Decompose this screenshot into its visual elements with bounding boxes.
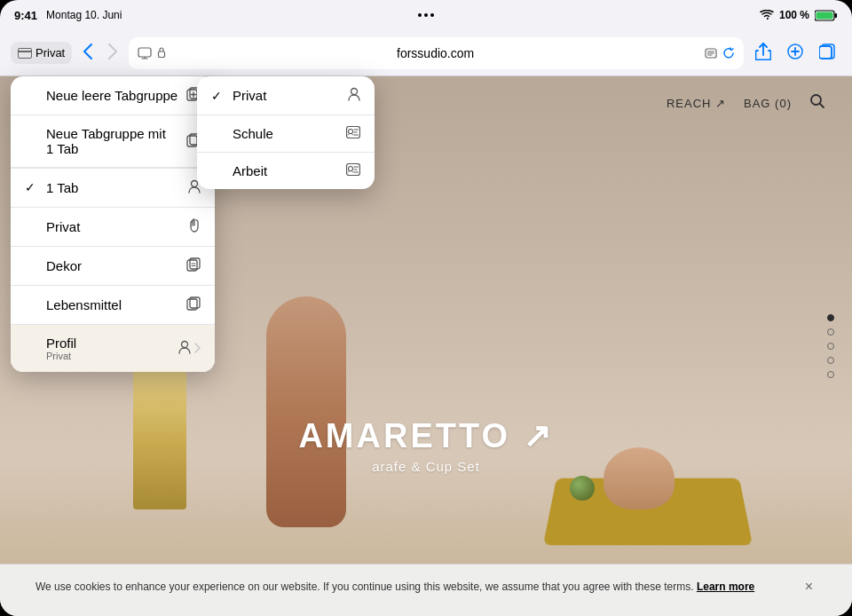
lebensmittel-label: Lebensmittel bbox=[46, 297, 122, 312]
battery-percent: 100 % bbox=[779, 9, 809, 21]
checkmark-1tab: ✓ bbox=[25, 180, 39, 194]
dropdown-item-left-2: Neue Tabgruppe mit 1 Tab bbox=[25, 126, 166, 156]
new-tab-button[interactable] bbox=[783, 39, 808, 67]
profile-item-arbeit[interactable]: Arbeit bbox=[197, 153, 375, 189]
profile-schule-label: Schule bbox=[233, 126, 273, 141]
tab-switcher-button[interactable]: Privat bbox=[11, 42, 72, 64]
profile-item-schule[interactable]: Schule bbox=[197, 115, 375, 153]
status-bar-left: 9:41 Montag 10. Juni bbox=[14, 9, 122, 22]
cookie-learn-more-link[interactable]: Learn more bbox=[697, 580, 754, 593]
toolbar-right bbox=[751, 38, 841, 67]
back-button[interactable] bbox=[79, 39, 97, 67]
profile-privat-label: Privat bbox=[233, 88, 266, 103]
profile-arbeit-label: Arbeit bbox=[233, 163, 267, 178]
reader-icon bbox=[705, 47, 717, 59]
cookie-close-button[interactable]: × bbox=[801, 575, 816, 598]
id-icon-schule bbox=[346, 126, 360, 141]
hand-icon-privat bbox=[188, 218, 201, 235]
svg-point-15 bbox=[192, 180, 198, 186]
dropdown-item-privat[interactable]: Privat bbox=[11, 208, 215, 247]
refresh-icon[interactable] bbox=[722, 47, 735, 59]
check-placeholder-profil bbox=[25, 341, 39, 355]
dekor-label: Dekor bbox=[46, 258, 82, 273]
dot1 bbox=[418, 13, 422, 17]
profile-item-privat[interactable]: ✓ Privat bbox=[197, 76, 375, 115]
tab-switcher-label: Privat bbox=[36, 46, 65, 59]
pagination-dot-2[interactable] bbox=[827, 328, 834, 336]
profil-sublabel: Privat bbox=[46, 351, 76, 361]
dropdown-item-1tab[interactable]: ✓ 1 Tab bbox=[11, 169, 215, 208]
address-bar-left bbox=[138, 47, 152, 59]
status-bar-center bbox=[418, 13, 434, 17]
profil-label-group: Profil Privat bbox=[46, 336, 76, 361]
status-date: Montag 10. Juni bbox=[46, 9, 122, 21]
dropdown-item-left-profil: Profil Privat bbox=[25, 336, 76, 361]
nav-bag-link[interactable]: BAG (0) bbox=[744, 97, 792, 110]
check-placeholder bbox=[25, 89, 39, 103]
pagination-dot-5[interactable] bbox=[827, 371, 834, 378]
status-bar-right: 100 % bbox=[760, 9, 838, 21]
dropdown-item-left: Neue leere Tabgruppe bbox=[25, 88, 178, 103]
site-nav-right: REACH ↗ BAG (0) bbox=[667, 93, 825, 113]
address-bar-right bbox=[705, 47, 735, 59]
dropdown-item-left-dekor: Dekor bbox=[25, 258, 82, 273]
product-title-area: AMARETTO ↗ arafe & Cup Set bbox=[298, 416, 553, 474]
forward-button[interactable] bbox=[104, 39, 122, 67]
svg-rect-3 bbox=[138, 48, 151, 57]
pagination-dot-1[interactable] bbox=[827, 314, 834, 321]
dropdown-item-lebensmittel[interactable]: Lebensmittel bbox=[11, 286, 215, 325]
pagination-dots bbox=[827, 314, 834, 378]
svg-point-20 bbox=[182, 341, 188, 347]
nav-reach-link[interactable]: REACH ↗ bbox=[667, 97, 726, 110]
profile-privat-left: ✓ Privat bbox=[211, 88, 266, 103]
svg-rect-4 bbox=[159, 51, 165, 58]
person-icon-profil bbox=[178, 340, 191, 357]
lock-icon bbox=[157, 47, 166, 59]
dropdown-item-dekor[interactable]: Dekor bbox=[11, 247, 215, 286]
share-button[interactable] bbox=[751, 38, 776, 67]
olive-oil-bottle-decoration bbox=[133, 367, 186, 509]
tab-overview-button[interactable] bbox=[815, 39, 841, 67]
cookie-text: We use cookies to enhance your experienc… bbox=[36, 580, 787, 593]
cookie-message: We use cookies to enhance your experienc… bbox=[36, 580, 694, 593]
1tab-label: 1 Tab bbox=[46, 180, 78, 195]
product-subtitle: arafe & Cup Set bbox=[298, 459, 553, 474]
tab-group-dropdown: Neue leere Tabgruppe Neue Tabgruppe mit … bbox=[11, 76, 215, 372]
svg-point-21 bbox=[351, 89, 358, 95]
cookie-banner: We use cookies to enhance your experienc… bbox=[0, 564, 852, 616]
svg-rect-8 bbox=[819, 46, 832, 59]
monitor-icon bbox=[138, 47, 152, 59]
status-bar: 9:41 Montag 10. Juni 100 % bbox=[0, 0, 852, 30]
pagination-dot-3[interactable] bbox=[827, 343, 834, 350]
profile-schule-left: Schule bbox=[211, 126, 273, 141]
status-time: 9:41 bbox=[14, 9, 37, 22]
browser-toolbar: Privat for bbox=[0, 30, 852, 76]
dropdown-item-left-lebensmittel: Lebensmittel bbox=[25, 297, 122, 312]
dropdown-item-neue-leere-tabgruppe[interactable]: Neue leere Tabgruppe bbox=[11, 76, 215, 115]
lebensmittel-icon bbox=[186, 296, 201, 313]
product-title: AMARETTO ↗ bbox=[298, 416, 553, 455]
dropdown-item-left-privat: Privat bbox=[25, 219, 80, 234]
address-bar[interactable]: forssudio.com bbox=[129, 37, 744, 69]
check-schule bbox=[211, 127, 225, 141]
svg-point-10 bbox=[811, 95, 821, 105]
privat-label: Privat bbox=[46, 219, 80, 234]
check-placeholder-dekor bbox=[25, 258, 39, 272]
dropdown-item-neue-tabgruppe-1tab[interactable]: Neue Tabgruppe mit 1 Tab bbox=[11, 115, 215, 168]
profile-submenu: ✓ Privat Schule bbox=[197, 76, 375, 189]
chevron-right-icon bbox=[194, 343, 201, 353]
tab-icon bbox=[18, 48, 32, 59]
dot2 bbox=[424, 13, 428, 17]
check-placeholder-privat bbox=[25, 219, 39, 233]
site-search-icon[interactable] bbox=[809, 93, 825, 113]
pagination-dot-4[interactable] bbox=[827, 357, 834, 364]
profile-arbeit-left: Arbeit bbox=[211, 163, 267, 178]
dekor-icon bbox=[186, 257, 201, 274]
dropdown-item-profil[interactable]: Profil Privat bbox=[11, 325, 215, 372]
check-placeholder-2 bbox=[25, 134, 39, 148]
neue-tabgruppe-label: Neue Tabgruppe mit 1 Tab bbox=[46, 126, 166, 156]
svg-rect-2 bbox=[816, 12, 833, 19]
profil-right bbox=[178, 340, 201, 357]
address-url: forssudio.com bbox=[171, 46, 699, 60]
small-cup-decoration bbox=[604, 447, 674, 509]
